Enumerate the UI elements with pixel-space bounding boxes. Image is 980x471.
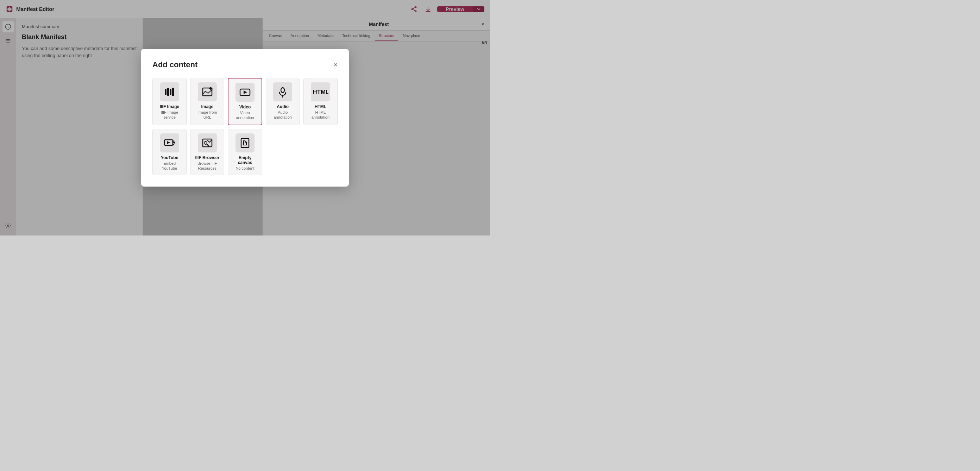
card-audio[interactable]: Audio Audio annotation [266,78,300,125]
svg-point-30 [281,88,285,92]
html-subtitle: HTML annotation [307,110,334,120]
iiif-image-icon [160,83,179,101]
iiif-image-title: IIIF Image [160,104,179,109]
empty-canvas-icon [235,134,255,153]
svg-rect-17 [170,89,172,95]
content-card-grid-row2: YouTube Embed YouTube IIIF Browser Brows… [153,129,337,176]
svg-rect-42 [241,138,249,148]
svg-text:HTML: HTML [313,89,328,95]
iiif-browser-icon [198,134,217,153]
svg-line-41 [207,144,209,146]
audio-title: Audio [277,104,289,109]
content-card-grid-row1: IIIF Image IIIF Image service [153,78,337,125]
image-title: Image [201,104,213,109]
empty-canvas-title: Empty canvas [231,155,259,165]
modal-header: Add content × [153,60,337,69]
html-title: HTML [315,104,326,109]
card-iiif-image[interactable]: IIIF Image IIIF Image service [153,78,186,125]
youtube-title: YouTube [161,155,178,160]
youtube-subtitle: Embed YouTube [156,161,183,171]
modal-overlay: Add content × IIIF Image IIIF Image serv… [0,0,490,236]
audio-icon [273,83,292,101]
svg-rect-18 [172,88,174,96]
image-subtitle: Image from URL [193,110,221,120]
video-subtitle: Video annotation [231,110,258,120]
svg-rect-15 [165,89,167,95]
svg-rect-16 [167,88,169,96]
card-youtube[interactable]: YouTube Embed YouTube [153,129,186,176]
card-image[interactable]: Image Image from URL [190,78,224,125]
iiif-browser-title: IIIF Browser [195,155,219,160]
modal-title: Add content [153,60,197,69]
video-title: Video [239,105,251,110]
html-icon: HTML [311,83,330,101]
video-icon [235,83,255,102]
modal-close-button[interactable]: × [333,61,337,68]
card-empty-canvas[interactable]: Empty canvas No content [228,129,262,176]
svg-marker-29 [243,91,247,94]
iiif-browser-subtitle: Browse IIIF Resources [193,161,221,171]
youtube-icon [160,134,179,153]
card-video[interactable]: Video Video annotation [228,78,262,125]
card-iiif-browser[interactable]: IIIF Browser Browse IIIF Resources [190,129,224,176]
card-html[interactable]: HTML HTML HTML annotation [304,78,337,125]
svg-line-22 [208,90,212,93]
svg-marker-34 [167,141,170,144]
audio-subtitle: Audio annotation [269,110,297,120]
image-icon [198,83,217,101]
iiif-image-subtitle: IIIF Image service [156,110,183,120]
svg-line-21 [205,91,208,93]
empty-canvas-subtitle: No content [235,166,254,171]
add-content-modal: Add content × IIIF Image IIIF Image serv… [141,49,349,186]
